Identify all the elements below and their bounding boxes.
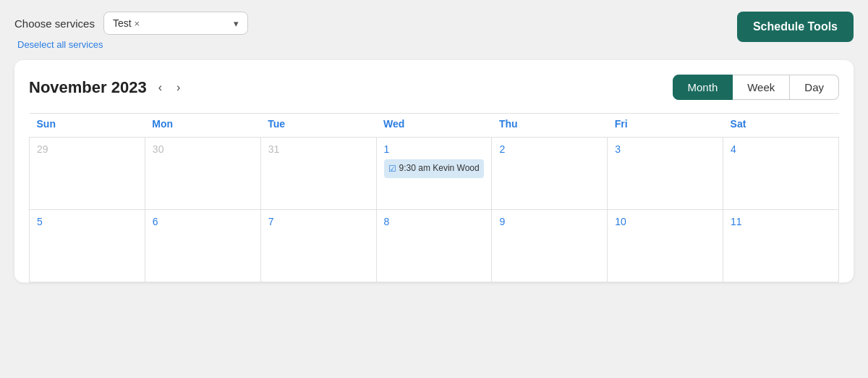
- service-tag-label: Test: [113, 17, 132, 29]
- calendar-day[interactable]: 1 ☑ 9:30 am Kevin Wood: [376, 138, 492, 210]
- day-number: 7: [268, 216, 274, 227]
- calendar-title: November 2023: [29, 78, 147, 97]
- calendar-day[interactable]: 31: [260, 138, 376, 210]
- schedule-tools-button[interactable]: Schedule Tools: [737, 12, 854, 42]
- calendar-day[interactable]: 5: [30, 210, 145, 282]
- calendar-day[interactable]: 9: [492, 210, 608, 282]
- calendar-week-row: 29 30 31 1 ☑ 9:30 am Kevin Wood 2: [30, 138, 839, 210]
- service-select-inner: Test ×: [113, 17, 140, 29]
- day-number: 30: [153, 143, 164, 155]
- choose-services-label: Choose services: [14, 17, 95, 30]
- view-month-button[interactable]: Month: [673, 75, 733, 100]
- calendar-week-row: 5 6 7 8 9 10 11: [30, 210, 839, 282]
- event-check-icon: ☑: [388, 163, 396, 175]
- calendar-day[interactable]: 11: [723, 210, 839, 282]
- calendar-day[interactable]: 4: [723, 138, 839, 210]
- top-bar-row: Choose services Test × ▾: [14, 12, 248, 35]
- calendar-day[interactable]: 3: [608, 138, 723, 210]
- calendar-grid: Sun Mon Tue Wed Thu Fri Sat 29 30 31: [29, 113, 839, 282]
- day-number: 11: [731, 216, 742, 227]
- col-sun: Sun: [30, 114, 145, 138]
- day-number: 1: [384, 143, 390, 155]
- calendar-day[interactable]: 8: [376, 210, 492, 282]
- day-number: 9: [499, 216, 505, 227]
- chevron-down-icon: ▾: [234, 18, 239, 29]
- calendar-header: November 2023 ‹ › Month Week Day: [29, 75, 839, 100]
- view-week-button[interactable]: Week: [733, 75, 790, 100]
- day-number: 6: [153, 216, 158, 227]
- day-number: 31: [268, 143, 280, 155]
- service-tag: Test ×: [113, 17, 140, 29]
- day-number: 29: [37, 143, 48, 155]
- calendar-day[interactable]: 6: [145, 210, 260, 282]
- calendar-day[interactable]: 7: [260, 210, 376, 282]
- calendar-day[interactable]: 2: [492, 138, 608, 210]
- calendar-day[interactable]: 29: [30, 138, 145, 210]
- view-day-button[interactable]: Day: [790, 75, 839, 100]
- calendar-day[interactable]: 30: [145, 138, 260, 210]
- next-month-button[interactable]: ›: [174, 80, 183, 96]
- service-tag-remove-icon[interactable]: ×: [135, 18, 140, 29]
- top-bar-left: Choose services Test × ▾ Deselect all se…: [14, 12, 248, 50]
- col-thu: Thu: [492, 114, 608, 138]
- deselect-all-services-link[interactable]: Deselect all services: [17, 39, 248, 50]
- event-text: 9:30 am Kevin Wood: [399, 162, 480, 175]
- event-block[interactable]: ☑ 9:30 am Kevin Wood: [384, 159, 485, 178]
- prev-month-button[interactable]: ‹: [156, 80, 165, 96]
- day-number: 4: [731, 143, 736, 155]
- col-fri: Fri: [608, 114, 723, 138]
- day-number: 2: [499, 143, 505, 155]
- service-select-dropdown[interactable]: Test × ▾: [103, 12, 248, 35]
- view-toggle: Month Week Day: [673, 75, 839, 100]
- calendar-card: November 2023 ‹ › Month Week Day Sun Mon…: [14, 60, 854, 282]
- day-number: 10: [615, 216, 626, 227]
- day-number: 5: [37, 216, 43, 227]
- top-bar: Choose services Test × ▾ Deselect all se…: [14, 12, 854, 50]
- col-wed: Wed: [376, 114, 492, 138]
- day-number: 3: [615, 143, 621, 155]
- day-number: 8: [384, 216, 390, 227]
- col-sat: Sat: [723, 114, 839, 138]
- calendar-title-group: November 2023 ‹ ›: [29, 78, 183, 97]
- col-mon: Mon: [145, 114, 260, 138]
- calendar-header-row: Sun Mon Tue Wed Thu Fri Sat: [30, 114, 839, 138]
- col-tue: Tue: [260, 114, 376, 138]
- calendar-day[interactable]: 10: [608, 210, 723, 282]
